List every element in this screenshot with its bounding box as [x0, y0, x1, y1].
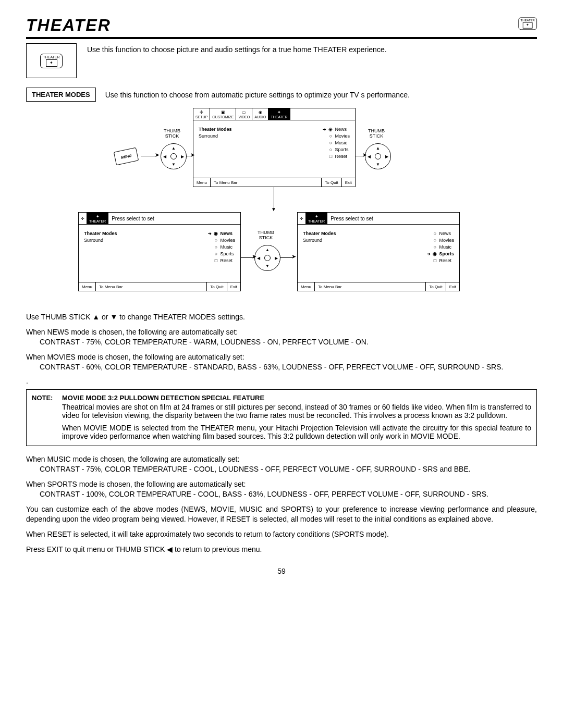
note-title: MOVIE MODE 3:2 PULLDOWN DETECTION SPECIA…: [62, 394, 531, 402]
tab-theater: ✦THEATER: [306, 213, 327, 224]
film-icon: ✦: [46, 59, 57, 67]
menu-panel-top: ✢SETUP ▣CUSTOMIZE ▭VIDEO ◉AUDIO ✦THEATER…: [193, 108, 356, 187]
tab-setup: ✢SETUP: [193, 108, 210, 120]
tab-audio: ◉AUDIO: [252, 108, 268, 120]
note-paragraph: When MOVIE MODE is selected from the THE…: [62, 424, 531, 440]
movies-mode-block: When MOVIES mode is chosen, the followin…: [26, 352, 537, 372]
theater-modes-label: THEATER MODES: [26, 88, 96, 102]
film-icon: ✦: [523, 22, 533, 29]
intro-text: Use this function to choose picture and …: [87, 43, 387, 54]
tab-customize: ▣CUSTOMIZE: [210, 108, 236, 120]
tab-theater: ✦THEATER: [268, 108, 290, 120]
thumb-stick-icon: ◀▶▲▼: [161, 143, 187, 169]
theater-icon-box: THEATER ✦: [26, 43, 77, 78]
tab-misc: ✢: [79, 213, 87, 224]
intro-row: THEATER ✦ Use this function to choose pi…: [26, 43, 537, 78]
note-label: NOTE:: [32, 394, 58, 440]
customize-text: You can customize each of the above mode…: [26, 504, 537, 524]
note-paragraph: Theatrical movies are shot on film at 24…: [62, 403, 531, 419]
thumb-stick-label: THUMBSTICK: [361, 129, 392, 139]
instruction-thumb: Use THUMB STICK ▲ or ▼ to change THEATER…: [26, 312, 537, 322]
music-mode-block: When MUSIC mode is chosen, the following…: [26, 454, 537, 474]
tab-video: ▭VIDEO: [236, 108, 252, 120]
thumb-stick-icon: ◀▶▲▼: [365, 143, 391, 169]
reset-text: When RESET is selected, it will take app…: [26, 529, 537, 539]
exit-text: Press EXIT to quit menu or THUMB STICK ◀…: [26, 545, 537, 554]
thumb-stick-label: THUMBSTICK: [156, 129, 188, 139]
thumb-stick-label: THUMBSTICK: [250, 230, 282, 241]
news-mode-block: When NEWS mode is chosen, the following …: [26, 327, 537, 347]
theater-icon: THEATER ✦: [518, 17, 537, 30]
page-title: THEATER: [26, 16, 111, 35]
menu-tabs: ✢SETUP ▣CUSTOMIZE ▭VIDEO ◉AUDIO ✦THEATER: [193, 108, 355, 120]
page-number: 59: [26, 567, 537, 575]
thumb-stick-icon: ◀▶▲▼: [254, 245, 280, 271]
modes-description: Use this function to choose from automat…: [105, 91, 410, 99]
header-rule: [26, 37, 537, 39]
sports-mode-block: When SPORTS mode is chosen, the followin…: [26, 479, 537, 499]
menu-button[interactable]: MENU: [114, 147, 139, 166]
theater-icon: THEATER ✦: [40, 54, 62, 68]
modes-row: THEATER MODES Use this function to choos…: [26, 88, 537, 102]
navigation-diagram: ✢SETUP ▣CUSTOMIZE ▭VIDEO ◉AUDIO ✦THEATER…: [68, 108, 495, 306]
menu-panel-left: ✢ ✦THEATER Press select to set Theater M…: [78, 212, 241, 291]
menu-panel-right: ✢ ✦THEATER Press select to set Theater M…: [297, 212, 460, 291]
page-header: THEATER THEATER ✦: [26, 16, 537, 37]
note-box: NOTE: MOVIE MODE 3:2 PULLDOWN DETECTION …: [26, 389, 537, 446]
tab-misc: ✢: [298, 213, 306, 224]
tab-theater: ✦THEATER: [87, 213, 108, 224]
